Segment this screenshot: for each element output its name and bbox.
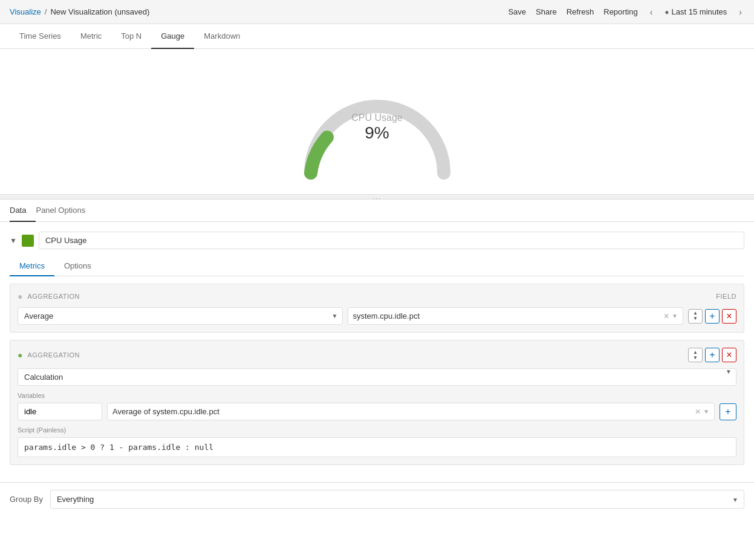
resize-handle[interactable]: ... <box>0 194 754 199</box>
time-range-label: Last 15 minutes <box>672 7 727 16</box>
agg1-select-wrapper: Average Sum Min Max Count ▼ <box>18 307 343 325</box>
data-panel: Data Panel Options ▼ Metrics Options ● A… <box>0 199 754 516</box>
panel-content: ▼ Metrics Options ● Aggregation Field Av… <box>0 222 754 482</box>
group-by-select-wrapper: Everything ▼ <box>50 490 744 509</box>
breadcrumb-current: New Visualization (unsaved) <box>50 7 149 16</box>
agg1-delete-button[interactable]: × <box>722 309 736 324</box>
aggregation-section-1: ● Aggregation Field Average Sum Min Max … <box>10 284 744 333</box>
field-dropdown-icon[interactable]: ▼ <box>672 313 678 319</box>
field-clear-icon[interactable]: ✕ <box>663 312 669 321</box>
tab-gauge[interactable]: Gauge <box>151 24 194 49</box>
group-by-select[interactable]: Everything <box>50 490 744 509</box>
agg2-header: ● Aggregation ▲ ▼ + × <box>18 348 736 362</box>
save-button[interactable]: Save <box>508 7 526 16</box>
agg1-header: ● Aggregation Field <box>18 291 736 301</box>
series-name-input[interactable] <box>39 232 744 249</box>
viz-tabs-bar: Time Series Metric Top N Gauge Markdown <box>0 24 754 49</box>
prev-arrow[interactable]: ‹ <box>648 6 655 18</box>
breadcrumb: Visualize / New Visualization (unsaved) <box>10 7 149 16</box>
sub-tabs: Metrics Options <box>10 256 744 276</box>
agg1-label: Aggregation <box>27 293 80 300</box>
breadcrumb-visualize-link[interactable]: Visualize <box>10 7 41 16</box>
agg1-select[interactable]: Average Sum Min Max Count <box>18 307 343 325</box>
visibility-icon-1[interactable]: ● <box>18 291 22 301</box>
group-by-section: Group By Everything ▼ <box>0 482 754 516</box>
agg2-add-button[interactable]: + <box>705 348 720 362</box>
breadcrumb-separator: / <box>45 7 47 16</box>
script-section: Script (Painless) <box>18 426 736 457</box>
gauge-title-label: CPU Usage <box>351 112 402 123</box>
var-add-button[interactable]: + <box>720 403 736 420</box>
header-actions: Save Share Refresh Reporting ‹ ● Last 15… <box>508 6 744 18</box>
agg2-calc-select[interactable]: Calculation <box>18 368 736 386</box>
reporting-button[interactable]: Reporting <box>603 7 637 16</box>
gauge-value-label: 9% <box>351 123 402 143</box>
group-by-label: Group By <box>10 495 43 504</box>
tab-time-series[interactable]: Time Series <box>10 24 71 49</box>
panel-tab-data[interactable]: Data <box>10 200 36 222</box>
agg1-reorder-button[interactable]: ▲ ▼ <box>688 309 703 324</box>
agg1-add-button[interactable]: + <box>705 309 720 324</box>
script-input[interactable] <box>18 437 736 457</box>
panel-tabs: Data Panel Options <box>0 200 754 222</box>
aggregation-section-2: ● Aggregation ▲ ▼ + × Calculation <box>10 340 744 465</box>
field-label-1: Field <box>716 293 736 300</box>
gauge-chart: CPU Usage 9% <box>293 79 462 176</box>
agg1-form-row: Average Sum Min Max Count ▼ system.cpu.i… <box>18 307 736 325</box>
tab-top-n[interactable]: Top N <box>111 24 151 49</box>
panel-tab-panel-options[interactable]: Panel Options <box>36 200 95 222</box>
time-range[interactable]: ● Last 15 minutes <box>665 7 727 16</box>
share-button[interactable]: Share <box>536 7 557 16</box>
agg2-delete-button[interactable]: × <box>722 348 736 362</box>
agg2-action-btns: ▲ ▼ + × <box>688 348 736 362</box>
clock-icon: ● <box>665 8 669 16</box>
visibility-icon-2[interactable]: ● <box>18 350 22 360</box>
series-row: ▼ <box>10 232 744 249</box>
next-arrow[interactable]: › <box>736 6 744 18</box>
tab-metric[interactable]: Metric <box>71 24 111 49</box>
var-dropdown-icon[interactable]: ▼ <box>703 408 709 415</box>
gauge-area: CPU Usage 9% <box>0 49 754 194</box>
agg1-action-btns: ▲ ▼ + × <box>688 309 736 324</box>
refresh-button[interactable]: Refresh <box>567 7 594 16</box>
agg2-calc-row: Calculation ▼ <box>18 368 736 386</box>
variables-section: Variables Average of system.cpu.idle.pct… <box>18 392 736 420</box>
series-color-swatch[interactable] <box>22 235 34 247</box>
var-name-input[interactable] <box>18 403 102 420</box>
var-value: Average of system.cpu.idle.pct <box>112 403 695 420</box>
header: Visualize / New Visualization (unsaved) … <box>0 0 754 24</box>
sub-tab-options[interactable]: Options <box>54 256 101 276</box>
variables-row: Average of system.cpu.idle.pct ✕ ▼ + <box>18 403 736 420</box>
tab-markdown[interactable]: Markdown <box>194 24 250 49</box>
series-chevron-icon[interactable]: ▼ <box>10 236 17 245</box>
script-label: Script (Painless) <box>18 426 736 434</box>
field-value: system.cpu.idle.pct <box>353 308 664 324</box>
gauge-text: CPU Usage 9% <box>351 112 402 143</box>
field-select-wrapper: system.cpu.idle.pct ✕ ▼ <box>348 307 684 325</box>
agg2-label: Aggregation <box>27 351 80 359</box>
var-value-wrapper: Average of system.cpu.idle.pct ✕ ▼ <box>107 403 715 420</box>
resize-dots: ... <box>372 194 381 200</box>
variables-label: Variables <box>18 392 736 399</box>
agg2-reorder-button[interactable]: ▲ ▼ <box>688 348 703 362</box>
sub-tab-metrics[interactable]: Metrics <box>10 256 54 276</box>
var-clear-icon[interactable]: ✕ <box>695 408 701 416</box>
